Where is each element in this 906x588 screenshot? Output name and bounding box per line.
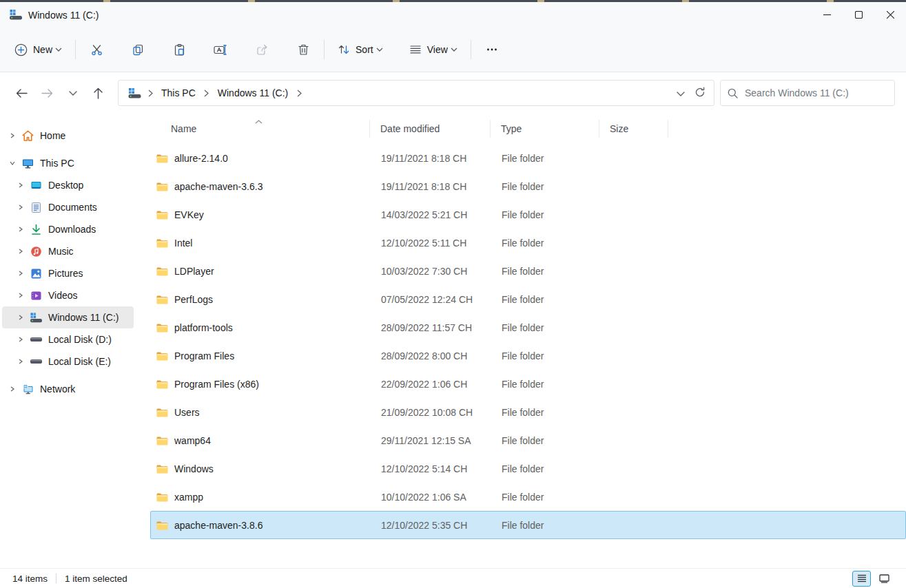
sidebar-item-videos[interactable]: Videos <box>2 284 134 306</box>
file-row-ldplayer[interactable]: LDPlayer 10/03/2022 7:30 CH File folder <box>150 257 906 285</box>
folder-icon <box>156 351 168 361</box>
column-header-type[interactable]: Type <box>491 120 599 138</box>
chevron-right-icon[interactable] <box>15 356 26 367</box>
folder-icon <box>156 408 168 417</box>
folder-icon <box>156 436 168 445</box>
chevron-right-icon[interactable] <box>15 312 26 323</box>
sidebar-item-downloads[interactable]: Downloads <box>2 218 134 240</box>
window-controls <box>811 2 906 28</box>
details-view-button[interactable] <box>852 571 871 587</box>
column-header-size[interactable]: Size <box>599 120 668 138</box>
file-row-apache-maven-3.6.3[interactable]: apache-maven-3.6.3 19/11/2021 8:18 CH Fi… <box>150 172 906 200</box>
sidebar-item-local-disk-e[interactable]: Local Disk (E:) <box>2 350 134 372</box>
chevron-down-icon <box>55 48 62 52</box>
file-date: 14/03/2022 5:21 CH <box>371 209 491 220</box>
chevron-right-icon[interactable] <box>15 202 26 213</box>
breadcrumb-windows-11-c[interactable]: Windows 11 (C:) <box>213 83 293 103</box>
file-row-xampp[interactable]: xampp 10/10/2022 1:06 SA File folder <box>150 483 906 511</box>
chevron-right-icon[interactable] <box>7 384 18 395</box>
new-button[interactable]: New <box>8 36 68 63</box>
sidebar-item-label: Local Disk (E:) <box>48 356 111 367</box>
paste-button[interactable] <box>165 36 193 63</box>
breadcrumb-chevron-icon[interactable] <box>200 87 213 99</box>
drive-icon <box>30 334 42 346</box>
refresh-button[interactable] <box>694 87 706 100</box>
file-type: File folder <box>491 350 600 361</box>
file-row-program-files-x86[interactable]: Program Files (x86) 22/09/2022 1:06 CH F… <box>150 370 906 398</box>
breadcrumb-chevron-icon[interactable] <box>293 87 305 99</box>
chevron-right-icon[interactable] <box>15 268 26 279</box>
file-row-windows[interactable]: Windows 12/10/2022 5:14 CH File folder <box>150 454 906 483</box>
rename-button[interactable] <box>207 36 234 63</box>
recent-locations-button[interactable] <box>60 81 85 105</box>
delete-button[interactable] <box>289 36 317 63</box>
close-button[interactable] <box>874 2 906 28</box>
cut-button[interactable] <box>83 36 110 63</box>
file-name: allure-2.14.0 <box>174 153 228 164</box>
sidebar-item-desktop[interactable]: Desktop <box>2 174 134 196</box>
sidebar-item-pictures[interactable]: Pictures <box>2 262 134 284</box>
sort-button[interactable]: Sort <box>331 36 389 63</box>
address-bar[interactable]: This PC Windows 11 (C:) <box>118 80 714 106</box>
maximize-icon <box>855 11 863 19</box>
large-icons-view-button[interactable] <box>875 571 894 587</box>
sidebar-item-label: Documents <box>48 202 97 213</box>
navigation-pane: Home This PC Desktop <box>0 114 136 568</box>
folder-icon <box>156 266 168 276</box>
sidebar-item-label: Videos <box>48 290 78 301</box>
share-icon <box>256 43 269 56</box>
breadcrumb-this-pc[interactable]: This PC <box>156 83 200 103</box>
arrow-right-icon <box>41 88 53 98</box>
chevron-right-icon[interactable] <box>15 246 26 257</box>
pictures-icon <box>30 268 42 280</box>
chevron-right-icon[interactable] <box>15 180 26 191</box>
sidebar-item-music[interactable]: Music <box>2 240 134 262</box>
copy-icon <box>132 43 145 56</box>
chevron-right-icon[interactable] <box>7 130 18 141</box>
forward-button[interactable] <box>34 81 60 105</box>
toolbar-divider <box>471 40 471 59</box>
home-icon <box>22 130 34 142</box>
back-button[interactable] <box>9 81 34 105</box>
file-row-intel[interactable]: Intel 12/10/2022 5:11 CH File folder <box>150 229 906 257</box>
chevron-right-icon[interactable] <box>15 290 26 301</box>
chevron-right-icon[interactable] <box>15 224 26 235</box>
sidebar-item-windows-11-c[interactable]: Windows 11 (C:) <box>2 306 134 328</box>
file-row-allure-2.14.0[interactable]: allure-2.14.0 19/11/2021 8:18 CH File fo… <box>150 144 906 172</box>
minimize-button[interactable] <box>811 2 843 28</box>
view-button[interactable]: View <box>403 36 464 63</box>
file-row-wamp64[interactable]: wamp64 29/11/2021 12:15 SA File folder <box>150 426 906 454</box>
file-name: platform-tools <box>174 322 233 333</box>
breadcrumb-chevron-icon[interactable] <box>144 87 156 99</box>
sidebar-item-home[interactable]: Home <box>2 125 134 147</box>
file-name: PerfLogs <box>174 294 213 305</box>
sidebar-item-local-disk-d[interactable]: Local Disk (D:) <box>2 328 134 350</box>
file-type: File folder <box>491 492 600 503</box>
file-row-evkey[interactable]: EVKey 14/03/2022 5:21 CH File folder <box>150 200 906 229</box>
chevron-right-icon[interactable] <box>15 334 26 345</box>
file-row-users[interactable]: Users 21/09/2022 10:08 CH File folder <box>150 398 906 426</box>
desktop-background-edge <box>0 0 906 2</box>
sidebar-item-label: Home <box>40 130 65 141</box>
file-row-apache-maven-3.8.6-selected[interactable]: apache-maven-3.8.6 12/10/2022 5:35 CH Fi… <box>150 511 906 539</box>
file-name: xampp <box>174 492 203 503</box>
sidebar-item-this-pc[interactable]: This PC <box>2 152 134 174</box>
maximize-button[interactable] <box>843 2 874 28</box>
column-header-date-modified[interactable]: Date modified <box>370 120 491 138</box>
file-name: apache-maven-3.8.6 <box>174 520 262 531</box>
file-row-perflogs[interactable]: PerfLogs 07/05/2022 12:24 CH File folder <box>150 285 906 313</box>
file-row-program-files[interactable]: Program Files 28/09/2022 8:00 CH File fo… <box>150 342 906 370</box>
sidebar-item-documents[interactable]: Documents <box>2 196 134 218</box>
share-button[interactable] <box>248 36 276 63</box>
up-button[interactable] <box>85 81 111 105</box>
drive-windows-icon <box>128 88 141 98</box>
copy-button[interactable] <box>124 36 152 63</box>
more-options-button[interactable] <box>478 36 506 63</box>
address-dropdown-button[interactable] <box>677 87 685 98</box>
sidebar-item-network[interactable]: Network <box>2 378 134 400</box>
videos-icon <box>30 290 42 302</box>
sort-icon <box>338 43 350 56</box>
search-input[interactable] <box>745 87 887 98</box>
chevron-down-icon[interactable] <box>7 158 18 169</box>
file-row-platform-tools[interactable]: platform-tools 28/09/2022 11:57 CH File … <box>150 313 906 342</box>
